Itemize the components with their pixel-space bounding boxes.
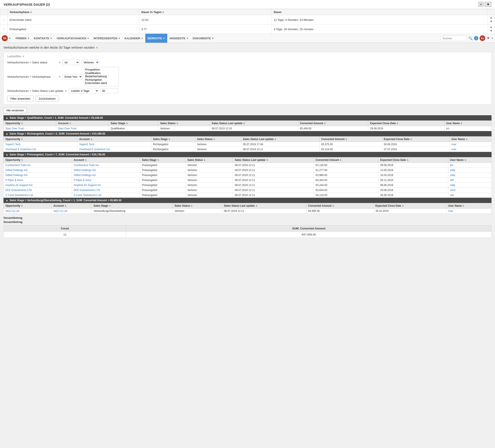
report-sections-container: ▲Sales Stage = Qualifikation, Count = 1,… <box>3 115 492 214</box>
search-input[interactable] <box>440 36 467 41</box>
user-link-2-0[interactable]: jim <box>450 164 453 167</box>
report-section-1: ▲Sales Stage = Richtangebot, Count = 2, … <box>3 131 492 152</box>
account-link-2-0[interactable]: Cumberland Trails Inc <box>74 164 99 167</box>
cell-2-6-3: Verloren <box>185 193 233 198</box>
account-link-1-0[interactable]: SuperG Tech <box>79 143 94 146</box>
table-row: S Cane Sweeteners LtdS Cane Sweeteners L… <box>4 193 492 198</box>
opportunity-link-2-2[interactable]: Gifted Holdings AG <box>5 174 28 177</box>
user-link-2-1[interactable]: sally <box>450 169 455 172</box>
filter-multi-select-2[interactable]: ProspektionQualifikationBedarfserhebungR… <box>84 67 119 87</box>
nav-avatar-arrow[interactable]: ▼ <box>487 36 490 40</box>
filter-op-1: > <box>59 61 60 64</box>
user-link-2-4[interactable]: sally <box>450 184 455 187</box>
cell-2-6-7: will <box>448 193 491 198</box>
nav-item-kontakte[interactable]: KONTAKTE▼ <box>32 34 55 43</box>
th-user-name-3: User Name ⇅ <box>446 203 492 209</box>
section-collapse-1[interactable]: ▲ <box>6 132 8 135</box>
nav-logo-arrow[interactable]: ▼ <box>9 37 11 40</box>
widget-eye-0[interactable]: 👁 ▼ <box>488 15 495 25</box>
cell-2-2-3: Verloren <box>185 173 233 178</box>
filter-label: Laufzeitfilter: ℹ <box>7 55 488 58</box>
opportunity-link-2-5[interactable]: EEE Endowments LTD <box>5 189 32 192</box>
opportunity-link-2-6[interactable]: S Cane Sweeteners Ltd <box>5 194 33 197</box>
sort-icon-days[interactable]: ⇅ <box>162 11 164 14</box>
account-link-2-1[interactable]: Gifted Holdings AG <box>74 169 96 172</box>
sort-icon-stage[interactable]: ⇅ <box>30 11 32 14</box>
nav-item-verkaufschancen[interactable]: VERKAUFSCHANCEN▼ <box>55 34 91 43</box>
opportunity-link-2-0[interactable]: Cumberland Trails Inc <box>5 164 31 167</box>
cell-2-4-4: 08.07.2019 12:11 <box>233 183 314 188</box>
widget-star-0[interactable]: ☆ <box>0 15 7 25</box>
account-link-2-4[interactable]: Anytime Air Support Inc <box>74 184 101 187</box>
opportunity-link-0-0[interactable]: Start Over Trust <box>5 127 24 130</box>
avatar[interactable]: Sa <box>480 35 485 41</box>
nav-add-button[interactable]: + <box>491 36 493 40</box>
opportunity-link-2-4[interactable]: Anytime Air Support Inc <box>5 184 33 187</box>
nav-item-angebote[interactable]: ANGEBOTE▼ <box>167 34 191 43</box>
filter-apply-button[interactable]: Filter anwenden <box>7 96 34 101</box>
filter-reset-button[interactable]: Zurücksetzen <box>36 96 59 101</box>
user-link-1-0[interactable]: max <box>451 143 456 146</box>
cell-2-3-2: Preisangebot <box>140 178 186 183</box>
collapse-all-button[interactable]: Alle verstecken <box>3 108 27 113</box>
cell-2-1-1: Gifted Holdings AG <box>72 168 140 173</box>
section-collapse-3[interactable]: ▲ <box>6 199 8 202</box>
th-sales-status-last-update-0: Sales Status Last update ⇅ <box>210 121 298 126</box>
user-link-1-1[interactable]: max <box>451 148 456 151</box>
nav-item-dokumente[interactable]: DOKUMENTE▼ <box>191 34 216 43</box>
filter-select-2[interactable]: Eines Von Ist <box>62 74 82 79</box>
widget-th-stage: Verkaufsphase ⇅ <box>7 9 139 15</box>
user-link-3-0[interactable]: max <box>448 209 453 213</box>
section-collapse-0[interactable]: ▲ <box>6 116 8 119</box>
favorite-star[interactable]: ★ <box>96 45 98 49</box>
report-table-0: Opportunity ⇅Account ⇅Sales Stage ⇅Sales… <box>3 120 492 131</box>
widget-star-1[interactable]: ☆ <box>0 25 7 34</box>
cell-2-2-4: 08.07.2019 12:11 <box>233 173 314 178</box>
page-title: Verkaufschancen welche in den letzte 30 … <box>3 45 492 49</box>
cell-1-1-6: 27.07.2019 <box>382 147 450 152</box>
account-link-2-5[interactable]: EEE Endowments LTD <box>74 189 100 192</box>
opportunity-link-3-0[interactable]: AtoZ Co Ltd <box>5 209 19 213</box>
table-row: SuperG TechSuperG TechRichtangebotVerlor… <box>4 142 492 147</box>
filter-input-3[interactable] <box>100 88 118 93</box>
filter-select-3[interactable]: Letzten # Tage Letzten # Wochen <box>69 88 99 94</box>
notification-badge[interactable]: 1 <box>474 36 478 40</box>
nav-item-kalender[interactable]: KALENDER▼ <box>122 34 145 43</box>
account-link-2-3[interactable]: P Piper & Sons <box>74 179 91 182</box>
user-link-0-0[interactable]: jim <box>446 127 449 130</box>
nav-item-firmen[interactable]: FIRMEN▼ <box>14 34 32 43</box>
cell-2-0-3: Verloren <box>185 163 233 168</box>
account-link-3-0[interactable]: AtoZ Co Ltd <box>53 209 67 213</box>
opportunity-link-2-3[interactable]: P Piper & Sons <box>5 179 23 182</box>
opportunity-link-2-1[interactable]: Gifted Holdings AG <box>5 169 28 172</box>
cell-1-0-1: SuperG Tech <box>77 142 151 147</box>
nav-item-interessenten[interactable]: INTERESSENTEN▼ <box>91 34 122 43</box>
section-collapse-2[interactable]: ▲ <box>6 153 8 156</box>
user-link-2-2[interactable]: sally <box>450 174 455 177</box>
user-link-2-5[interactable]: chris <box>450 189 455 192</box>
widget-expand-button[interactable]: ▼ <box>485 2 492 7</box>
cell-2-6-2: Preisangebot <box>140 193 186 198</box>
cell-2-2-0: Gifted Holdings AG <box>4 173 72 178</box>
nav-item-berichte[interactable]: BERICHTE▼ <box>145 34 167 43</box>
opportunity-link-1-1[interactable]: Overhead & Underfoot Ltd. <box>5 148 36 151</box>
widget-eye-1[interactable]: 👁 ▼ <box>488 25 495 34</box>
cell-2-0-5: €2,135.00 <box>314 163 378 168</box>
cell-2-3-1: P Piper & Sons <box>72 178 140 183</box>
user-link-2-6[interactable]: will <box>450 194 454 197</box>
user-link-2-3[interactable]: will <box>450 179 454 182</box>
filter-value-1[interactable]: Verloren Aktiv <box>81 60 99 65</box>
search-icon-btn[interactable]: 🔍 <box>468 36 473 40</box>
account-link-1-1[interactable]: Overhead & Underfoot Ltd. <box>79 148 110 151</box>
cell-2-6-0: S Cane Sweeteners Ltd <box>4 193 72 198</box>
filter-select-1[interactable]: Ist Ist nicht <box>62 60 79 65</box>
opportunity-link-1-0[interactable]: SuperG Tech <box>5 143 21 146</box>
account-link-2-6[interactable]: S Cane Sweeteners Ltd <box>74 194 101 197</box>
cell-3-0-0: AtoZ Co Ltd <box>4 209 52 214</box>
cell-1-0-7: max <box>449 142 491 147</box>
account-link-0-0[interactable]: Start Over Trust <box>58 127 76 130</box>
th-sales-status-last-update-1: Sales Status Last update ⇅ <box>241 137 319 142</box>
account-link-2-2[interactable]: Gifted Holdings AG <box>74 174 96 177</box>
table-row: P Piper & SonsP Piper & SonsPreisangebot… <box>4 178 492 183</box>
widget-add-button[interactable]: + <box>478 2 484 7</box>
